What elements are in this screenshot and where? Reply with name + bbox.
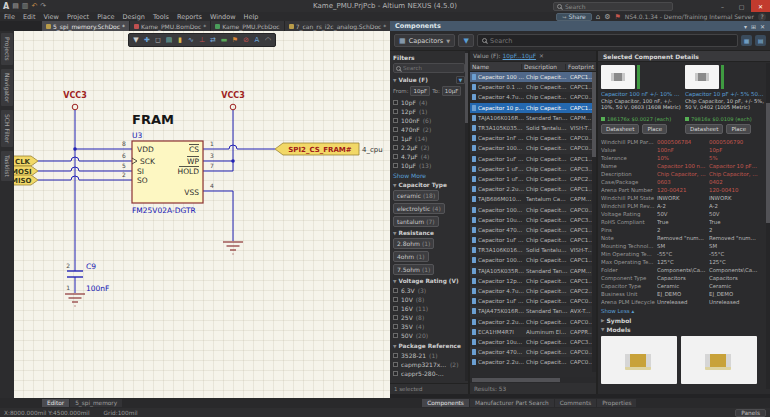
side-panel-tab[interactable]: SCH Filter <box>1 110 13 147</box>
voltage-rating-header[interactable]: ▼Voltage Rating (V) <box>393 278 465 284</box>
checkbox-icon[interactable] <box>393 154 398 159</box>
filter-option[interactable]: 6.3V (3) <box>393 286 465 295</box>
component-row[interactable]: Capacitor 1uF +-... Chip Capacitor, 1 uF… <box>470 154 596 164</box>
component-row[interactable]: Capacitor 100nF... Chip Capacitor, 100..… <box>470 143 596 153</box>
bus-tool-icon[interactable]: ⇄ <box>208 34 218 46</box>
capacitor-type-header[interactable]: ▼Capacitor Type <box>393 182 465 188</box>
components-search-box[interactable] <box>477 34 738 47</box>
paste-tool-icon[interactable]: ▤ <box>164 34 174 46</box>
open-icon[interactable]: ▥ <box>22 1 29 11</box>
place-part-icon[interactable]: ▮ <box>175 34 185 46</box>
component-title-link[interactable]: Capacitor 10 pF +/- 5% 50 V 0402 <box>685 91 765 97</box>
component-row[interactable]: ECA1HM4R7I Aluminum Electrolyt... CAPPR3… <box>470 327 596 337</box>
model-3d-preview-1[interactable] <box>601 336 677 384</box>
checkbox-icon[interactable] <box>393 136 398 141</box>
symbol-section-header[interactable]: ▶Symbol <box>601 316 767 325</box>
minimize-button[interactable]: – <box>713 0 732 12</box>
remove-filter-icon[interactable]: ✕ <box>539 53 544 59</box>
arc-tool-icon[interactable]: ◠ <box>263 34 273 46</box>
undo-icon[interactable]: ↶ <box>31 1 37 11</box>
redo-icon[interactable]: ↷ <box>40 1 46 11</box>
filter-option[interactable]: capmp3217x10-b (2) <box>393 360 465 369</box>
power-port-vcc3-left[interactable]: VCC3 <box>63 91 87 149</box>
menu-item[interactable]: Place <box>93 13 118 21</box>
results-scrollbar[interactable] <box>592 72 596 372</box>
menu-item[interactable]: Help <box>240 13 263 21</box>
menu-item[interactable]: Tools <box>149 13 173 21</box>
checkbox-icon[interactable] <box>393 353 398 358</box>
component-row[interactable]: Capacitor 470nF... Chip Capacitor, 470..… <box>470 225 596 235</box>
component-row[interactable]: TR3A106K016C3... Solid Tantalum Surf... … <box>470 245 596 255</box>
home-icon[interactable]: ⌂ <box>596 13 600 21</box>
filter-option[interactable]: 10µF (13) <box>393 161 465 170</box>
component-row[interactable]: Capacitor 10uF +-... Chip Capacitor, 10 … <box>470 337 596 347</box>
filters-scrollbar[interactable] <box>465 51 468 381</box>
save-icon[interactable]: ▤ <box>12 1 19 11</box>
show-more-link[interactable]: Show More <box>393 172 465 179</box>
datasheet-button[interactable]: Datasheet <box>685 124 723 134</box>
filters-search-input[interactable] <box>403 65 462 71</box>
component-row[interactable]: Capacitor 1 uF +-... Chip Capacitor, 1 u… <box>470 174 596 184</box>
details-scrollbar[interactable] <box>766 63 770 389</box>
close-button[interactable]: ✕ <box>751 0 770 12</box>
filter-option[interactable]: 12pF (1) <box>393 107 465 116</box>
component-row[interactable]: Capacitor 0.1 uF... Chip Capacitor, 0.1.… <box>470 82 596 92</box>
filter-option[interactable]: 3528-21 (1) <box>393 351 465 360</box>
panel-dropdown-icon[interactable]: ▾ <box>744 23 747 30</box>
filter-tag[interactable]: electrolytic (4) <box>393 203 445 214</box>
component-row[interactable]: Capacitor 470nF... Chip Capacitor, 470..… <box>470 347 596 357</box>
filter-option[interactable]: 10V (8) <box>393 295 465 304</box>
model-3d-preview-2[interactable] <box>681 336 757 384</box>
schematic-canvas[interactable]: ▼✚◻▤▮∿⊥⇄▬⚑⊘A◠ VCC3 CLK <box>14 31 390 398</box>
menu-item[interactable]: Window <box>206 13 240 21</box>
filter-option[interactable]: 50V (20) <box>393 331 465 340</box>
component-row[interactable]: Capacitor 2.2uF... Chip Capacitor, 2.2u.… <box>470 184 596 194</box>
global-search-box[interactable]: Search <box>553 2 673 11</box>
filter-tag[interactable]: ceramic (18) <box>393 190 439 201</box>
view-list-icon[interactable]: ▤ <box>755 35 766 46</box>
selection-tool-icon[interactable]: ◻ <box>153 34 163 46</box>
panel-tab[interactable]: Properties <box>597 399 636 407</box>
maximize-button[interactable]: ▢ <box>732 0 751 12</box>
models-section-header[interactable]: ▼Models <box>601 325 767 334</box>
component-title-link[interactable]: Capacitor 100 nF +/- 10% 50 V 0603 <box>601 91 681 97</box>
menu-item[interactable]: Edit <box>19 13 40 21</box>
port-mosi[interactable]: MOSI <box>14 166 38 176</box>
port-miso[interactable]: MISO <box>14 175 38 185</box>
document-tab[interactable]: Kame_PMU.BomDoc * <box>130 21 210 31</box>
component-row[interactable]: TR3A105K035C3... Solid Tantalum Surf... … <box>470 123 596 133</box>
side-panel-tab[interactable]: Tasklist <box>1 151 13 181</box>
checkbox-icon[interactable] <box>393 127 398 132</box>
component-row[interactable]: Capacitor 4.7uF... Chip Capacitor, 4.7u.… <box>470 92 596 102</box>
filter-range-link[interactable]: 10pF...10µF <box>503 53 536 59</box>
net-label-icon[interactable]: ▬ <box>219 34 229 46</box>
power-port-vcc3-right[interactable]: VCC3 <box>221 91 245 110</box>
document-tab[interactable]: Kame_PMU.PcbDoc <box>211 21 283 31</box>
move-tool-icon[interactable]: ✚ <box>142 34 152 46</box>
component-row[interactable]: TAJA105K035RNJ Standard Tantalum... CAPM… <box>470 266 596 276</box>
checkbox-icon[interactable] <box>393 288 398 293</box>
component-c9[interactable]: 2 1 C9 100nF <box>66 262 109 293</box>
component-row[interactable]: Capacitor 4.7uF... Chip Capacitor, 4.7u.… <box>470 286 596 296</box>
checkbox-icon[interactable] <box>393 163 398 168</box>
filter-tag[interactable]: 2.8ohm (1) <box>393 238 434 249</box>
side-panel-tab[interactable]: Projects <box>1 33 13 65</box>
checkbox-icon[interactable] <box>393 306 398 311</box>
filter-tool-icon[interactable]: ▼ <box>131 34 141 46</box>
filters-search-box[interactable] <box>393 63 465 73</box>
component-row[interactable]: Capacitor 10 pF... Chip Capacitor, 10 p.… <box>470 103 596 113</box>
component-row[interactable]: TAJA475K016RNJ Standard Tantalum... AVX-… <box>470 306 596 316</box>
component-row[interactable]: TAJA106K016RNJ Standard Tantalum... CAPM… <box>470 113 596 123</box>
editor-tab[interactable]: Editor <box>42 399 69 407</box>
side-panel-tab[interactable]: Navigator <box>1 69 13 106</box>
component-row[interactable]: Capacitor 1uF +-... Chip Capacitor, 1uF.… <box>470 235 596 245</box>
no-erc-icon[interactable]: ⊘ <box>241 34 251 46</box>
help-icon[interactable]: ? <box>758 13 766 21</box>
editor-tab[interactable]: 5_spi_memory <box>70 399 122 407</box>
filter-option[interactable]: 16V (11) <box>393 304 465 313</box>
component-row[interactable]: Capacitor 2.2uF... Chip Capacitor, 2.2u.… <box>470 357 596 367</box>
port-clk[interactable]: CLK <box>14 156 38 166</box>
checkbox-icon[interactable] <box>393 100 398 105</box>
checkbox-icon[interactable] <box>393 333 398 338</box>
component-row[interactable]: Capacitor 1 uF +-... Chip Capacitor, 1 u… <box>470 164 596 174</box>
